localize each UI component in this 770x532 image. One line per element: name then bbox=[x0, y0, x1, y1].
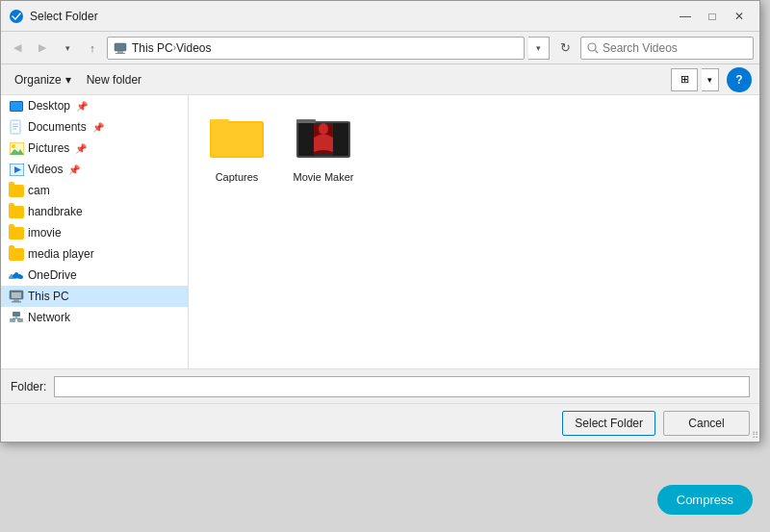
sidebar-label-network: Network bbox=[28, 311, 70, 324]
path-this-pc: This PC bbox=[132, 41, 173, 55]
forward-button[interactable]: ▶ bbox=[32, 38, 53, 59]
svg-rect-26 bbox=[212, 123, 262, 156]
address-path[interactable]: This PC › Videos bbox=[107, 37, 525, 60]
onedrive-icon bbox=[9, 267, 24, 283]
this-pc-icon bbox=[9, 289, 24, 304]
file-area: Captures bbox=[189, 95, 759, 368]
videos-icon bbox=[9, 162, 24, 177]
compress-button[interactable]: Compress bbox=[657, 485, 753, 515]
window-controls: — □ ✕ bbox=[673, 7, 752, 26]
desktop-icon bbox=[9, 98, 24, 114]
file-item-captures[interactable]: Captures bbox=[198, 105, 275, 188]
documents-icon bbox=[9, 119, 24, 135]
organize-dropdown-icon: ▾ bbox=[65, 73, 71, 87]
svg-rect-2 bbox=[117, 51, 123, 53]
resize-grip[interactable] bbox=[748, 430, 759, 442]
path-segment-thispc: This PC bbox=[114, 41, 173, 55]
captures-folder-icon bbox=[208, 109, 266, 166]
select-folder-dialog: Select Folder — □ ✕ ◀ ▶ ▾ ↑ This PC › Vi… bbox=[0, 0, 760, 443]
pictures-icon bbox=[9, 140, 24, 156]
sidebar-label-this-pc: This PC bbox=[28, 290, 69, 303]
handbrake-folder-icon bbox=[9, 204, 24, 219]
movie-maker-label: Movie Maker bbox=[294, 170, 354, 184]
sidebar-item-videos[interactable]: Videos 📌 bbox=[1, 159, 188, 180]
svg-point-0 bbox=[10, 10, 23, 23]
organize-button[interactable]: Organize ▾ bbox=[9, 68, 77, 91]
address-dropdown[interactable]: ▾ bbox=[528, 37, 550, 60]
svg-rect-1 bbox=[115, 43, 126, 51]
svg-rect-3 bbox=[116, 53, 125, 54]
sidebar-label-documents: Documents bbox=[28, 120, 87, 134]
svg-point-4 bbox=[588, 43, 596, 51]
sidebar-item-pictures[interactable]: Pictures 📌 bbox=[1, 138, 188, 159]
svg-rect-20 bbox=[10, 318, 15, 322]
address-bar: ◀ ▶ ▾ ↑ This PC › Videos ▾ ↻ bbox=[1, 32, 759, 64]
folder-input[interactable] bbox=[54, 376, 750, 397]
search-icon bbox=[587, 42, 599, 54]
svg-line-5 bbox=[596, 50, 599, 53]
search-input[interactable] bbox=[603, 41, 747, 55]
svg-rect-18 bbox=[12, 301, 21, 303]
sidebar-item-media-player[interactable]: media player bbox=[1, 243, 188, 265]
sidebar-label-desktop: Desktop bbox=[28, 99, 70, 113]
imovie-folder-icon bbox=[9, 225, 24, 241]
dialog-title: Select Folder bbox=[30, 10, 673, 23]
content-area: Desktop 📌 Documents 📌 bbox=[1, 95, 759, 368]
svg-rect-19 bbox=[13, 312, 20, 317]
pin-icon-documents: 📌 bbox=[92, 122, 104, 133]
action-bar: Select Folder Cancel bbox=[1, 403, 759, 442]
svg-rect-28 bbox=[296, 119, 316, 123]
svg-rect-33 bbox=[333, 123, 348, 156]
media-player-folder-icon bbox=[9, 246, 24, 262]
svg-point-31 bbox=[319, 123, 328, 135]
pin-icon-pictures: 📌 bbox=[75, 143, 87, 154]
recent-locations-button[interactable]: ▾ bbox=[57, 38, 78, 59]
sidebar-item-desktop[interactable]: Desktop 📌 bbox=[1, 95, 188, 116]
svg-rect-32 bbox=[298, 123, 314, 156]
path-videos: Videos bbox=[176, 41, 211, 55]
cancel-button[interactable]: Cancel bbox=[663, 411, 750, 436]
sidebar-label-media-player: media player bbox=[28, 247, 94, 261]
back-button[interactable]: ◀ bbox=[7, 38, 28, 59]
title-bar: Select Folder — □ ✕ bbox=[1, 1, 759, 32]
svg-rect-17 bbox=[13, 299, 19, 301]
close-button[interactable]: ✕ bbox=[727, 7, 752, 26]
sidebar-item-this-pc[interactable]: This PC bbox=[1, 286, 188, 307]
new-folder-button[interactable]: New folder bbox=[81, 68, 147, 91]
sidebar-label-videos: Videos bbox=[28, 163, 63, 176]
sidebar-item-documents[interactable]: Documents 📌 bbox=[1, 116, 188, 138]
view-dropdown-button[interactable]: ▾ bbox=[702, 68, 719, 91]
folder-label: Folder: bbox=[11, 380, 46, 393]
captures-label: Captures bbox=[216, 170, 259, 184]
file-item-movie-maker[interactable]: Movie Maker bbox=[285, 105, 362, 188]
minimize-button[interactable]: — bbox=[673, 7, 698, 26]
sidebar-label-imovie: imovie bbox=[28, 226, 62, 240]
svg-rect-16 bbox=[12, 292, 21, 298]
sidebar-item-imovie[interactable]: imovie bbox=[1, 222, 188, 243]
refresh-button[interactable]: ↻ bbox=[553, 37, 577, 60]
svg-rect-21 bbox=[17, 318, 23, 322]
svg-point-11 bbox=[12, 144, 15, 148]
help-button[interactable]: ? bbox=[727, 67, 752, 92]
pin-icon-videos: 📌 bbox=[68, 165, 80, 175]
view-button[interactable]: ⊞ bbox=[671, 68, 698, 91]
sidebar-label-pictures: Pictures bbox=[28, 141, 69, 155]
sidebar-item-network[interactable]: Network bbox=[1, 307, 188, 328]
sidebar-item-cam[interactable]: cam bbox=[1, 180, 188, 201]
up-button[interactable]: ↑ bbox=[82, 38, 103, 59]
sidebar-label-cam: cam bbox=[28, 184, 50, 197]
sidebar-label-handbrake: handbrake bbox=[28, 205, 83, 218]
maximize-button[interactable]: □ bbox=[700, 7, 725, 26]
organize-label: Organize bbox=[14, 73, 62, 87]
sidebar-label-onedrive: OneDrive bbox=[28, 268, 77, 282]
cam-folder-icon bbox=[9, 183, 24, 198]
sidebar-item-handbrake[interactable]: handbrake bbox=[1, 201, 188, 222]
sidebar: Desktop 📌 Documents 📌 bbox=[1, 95, 189, 368]
folder-input-bar: Folder: bbox=[1, 368, 759, 403]
network-icon bbox=[9, 310, 24, 325]
search-box[interactable] bbox=[580, 37, 754, 60]
select-folder-button[interactable]: Select Folder bbox=[562, 411, 655, 436]
sidebar-item-onedrive[interactable]: OneDrive bbox=[1, 265, 188, 286]
movie-maker-folder-icon bbox=[295, 109, 352, 166]
app-icon bbox=[9, 9, 24, 24]
